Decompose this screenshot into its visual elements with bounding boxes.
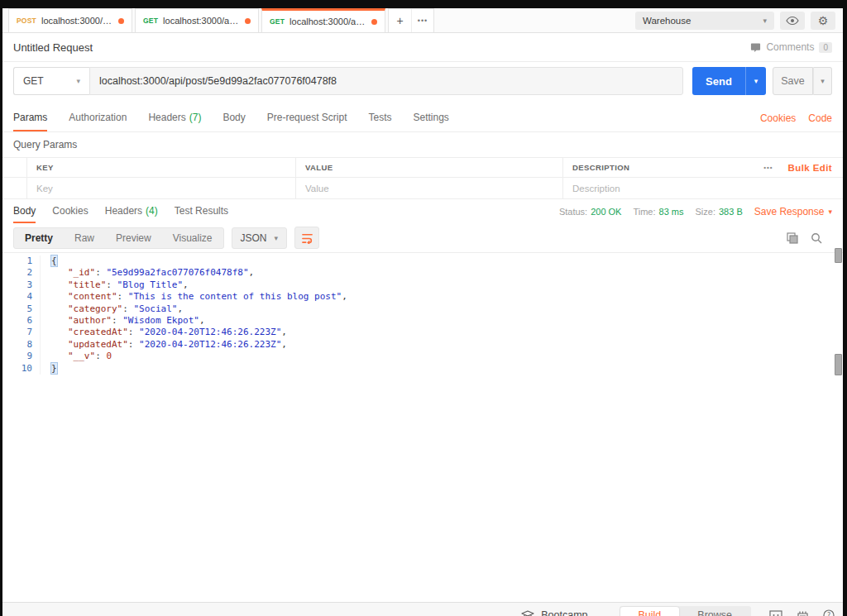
build-browse-toggle: Build Browse [620, 606, 751, 616]
tab-params[interactable]: Params [13, 104, 47, 131]
row-handle-column [2, 158, 27, 177]
query-params-table: KEY VALUE DESCRIPTION ••• Bulk Edit Key … [2, 157, 843, 199]
response-tab-cookies[interactable]: Cookies [52, 199, 88, 223]
code-line: 3 "title": "Blog Title", [2, 279, 843, 291]
param-description-input[interactable]: Description [563, 178, 763, 198]
help-button[interactable]: ? [823, 609, 835, 616]
tab-headers[interactable]: Headers(7) [148, 104, 201, 131]
help-icon: ? [823, 609, 835, 616]
view-mode-pretty[interactable]: Pretty [14, 228, 64, 248]
bootcamp-button[interactable]: Bootcamp [521, 609, 587, 616]
comments-label: Comments [766, 41, 814, 53]
unsaved-dot-icon [245, 18, 251, 24]
save-options-button[interactable]: ▾ [813, 67, 832, 95]
request-tab-get-posts[interactable]: GET localhost:3000/api/posts [135, 8, 259, 32]
comment-icon [750, 42, 761, 53]
query-params-header-row: KEY VALUE DESCRIPTION ••• Bulk Edit [2, 158, 843, 178]
unsaved-dot-icon [371, 19, 377, 25]
size-value: 383 B [719, 207, 743, 217]
save-response-button[interactable]: Save Response ▾ [754, 206, 832, 217]
request-title[interactable]: Untitled Request [13, 41, 93, 54]
url-input[interactable]: localhost:3000/api/post/5e9d99a2fac07707… [89, 67, 683, 95]
build-toggle[interactable]: Build [620, 607, 680, 616]
bulk-edit-link[interactable]: Bulk Edit [788, 163, 832, 173]
request-tab-bar: POST localhost:3000/api/post GET localho… [2, 8, 843, 33]
code-line: 9 "__v": 0 [2, 351, 843, 362]
response-body-json[interactable]: 1 { 2 "_id": "5e9d99a2fac077076f0478f8",… [2, 253, 843, 616]
view-mode-raw[interactable]: Raw [64, 228, 105, 248]
code-line: 7 "createdAt": "2020-04-20T12:46:26.223Z… [2, 327, 843, 338]
two-pane-button[interactable] [769, 610, 782, 616]
chevron-down-icon: ▾ [828, 208, 832, 216]
code-line: 4 "content": "This is the content of thi… [2, 291, 843, 303]
tab-pre-request-script[interactable]: Pre-request Script [267, 104, 347, 131]
response-tab-test-results[interactable]: Test Results [175, 199, 228, 223]
code-link[interactable]: Code [808, 112, 832, 124]
code-line: 5 "category": "Social", [2, 303, 843, 315]
tab-body[interactable]: Body [223, 104, 245, 131]
column-header-description: DESCRIPTION [563, 158, 763, 177]
query-params-title: Query Params [2, 132, 843, 157]
param-key-input[interactable]: Key [27, 178, 296, 198]
graduation-cap-icon [521, 610, 534, 616]
request-tab-get-post-active[interactable]: GET localhost:3000/api/post/5e9d99... [261, 8, 385, 32]
send-options-button[interactable]: ▾ [745, 67, 766, 95]
send-button-group: Send ▾ [692, 67, 766, 95]
console-button[interactable] [797, 610, 809, 616]
tab-tests[interactable]: Tests [368, 104, 391, 131]
code-line: 10 } [2, 363, 843, 375]
cookies-link[interactable]: Cookies [760, 112, 796, 124]
eye-icon [786, 16, 799, 26]
save-button[interactable]: Save [773, 67, 813, 95]
tab-settings[interactable]: Settings [414, 104, 449, 131]
settings-button[interactable]: ⚙ [811, 12, 835, 30]
code-line: 1 { [2, 255, 843, 267]
workspace-name: Warehouse [643, 16, 691, 26]
copy-icon [787, 232, 798, 244]
params-tools: ••• Bulk Edit [763, 158, 843, 177]
scrollbar-thumb[interactable] [835, 354, 842, 375]
browse-toggle[interactable]: Browse [679, 607, 750, 616]
response-tab-bar: Body Cookies Headers(4) Test Results Sta… [2, 199, 843, 223]
wrap-lines-button[interactable] [294, 227, 319, 249]
response-view-toolbar: Pretty Raw Preview Visualize JSON ▾ [2, 223, 843, 253]
param-value-input[interactable]: Value [296, 178, 563, 198]
request-links: Cookies Code [760, 104, 832, 131]
params-more-button[interactable]: ••• [763, 164, 773, 171]
view-mode-visualize[interactable]: Visualize [162, 228, 223, 248]
search-button[interactable] [811, 232, 822, 244]
chevron-down-icon: ▾ [763, 17, 767, 25]
comments-count-badge: 0 [819, 42, 832, 53]
workspace-switcher[interactable]: Warehouse ▾ [635, 12, 774, 30]
request-tab-post[interactable]: POST localhost:3000/api/post [8, 8, 132, 32]
postman-app-window: POST localhost:3000/api/post GET localho… [2, 8, 843, 616]
view-mode-preview[interactable]: Preview [105, 228, 162, 248]
copy-button[interactable] [787, 232, 798, 244]
scrollbar-thumb[interactable] [835, 248, 842, 263]
method-badge-get: GET [143, 17, 158, 25]
response-tab-body[interactable]: Body [13, 199, 36, 223]
eye-button[interactable] [780, 12, 805, 30]
tab-options-button[interactable]: ••• [411, 9, 433, 32]
method-select[interactable]: GET ▾ [13, 67, 89, 95]
tab-authorization[interactable]: Authorization [69, 104, 127, 131]
code-line: 2 "_id": "5e9d99a2fac077076f0478f8", [2, 267, 843, 279]
send-button[interactable]: Send [692, 67, 745, 95]
tab-tools: + ••• [388, 8, 434, 32]
comments-button[interactable]: Comments 0 [750, 41, 832, 53]
status-value: 200 OK [591, 207, 621, 217]
param-row-tools [763, 178, 843, 198]
svg-text:?: ? [827, 612, 830, 616]
url-builder: GET ▾ localhost:3000/api/post/5e9d99a2fa… [2, 62, 843, 104]
unsaved-dot-icon [118, 18, 124, 24]
save-button-group: Save ▾ [773, 67, 832, 95]
method-badge-get: GET [270, 17, 285, 26]
tab-title: localhost:3000/api/posts [163, 16, 240, 26]
response-tab-headers[interactable]: Headers(4) [105, 199, 158, 223]
format-select[interactable]: JSON ▾ [232, 227, 288, 249]
request-name-row: Untitled Request Comments 0 [2, 33, 843, 62]
method-value: GET [23, 75, 44, 87]
new-tab-button[interactable]: + [389, 9, 411, 32]
response-headers-count: (4) [146, 205, 158, 217]
console-icon [797, 610, 809, 616]
